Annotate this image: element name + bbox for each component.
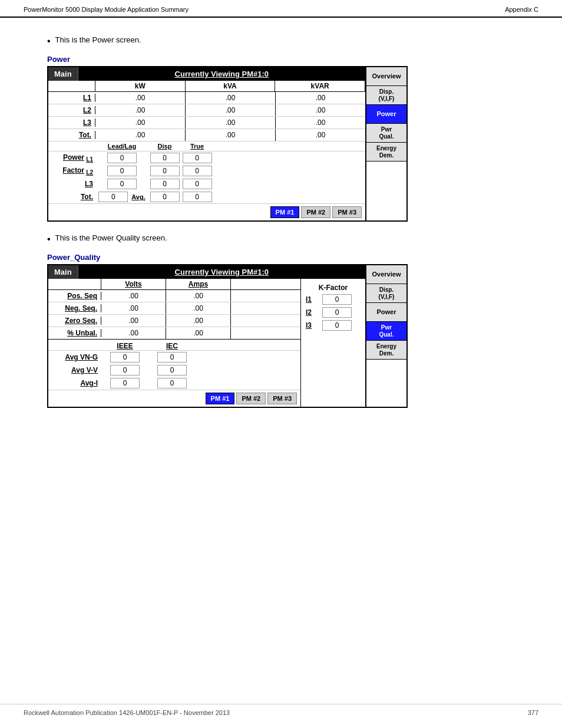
power-pm-row: PM #1 PM #2 PM #3 [48, 204, 365, 220]
pf-label-l3: L3 [48, 180, 95, 188]
pq-avgi-row: Avg-I 0 0 [48, 377, 300, 390]
pq-col-spacer [48, 279, 101, 289]
pf-row-l3: L3 0 0 0 [48, 177, 365, 190]
pq-label-posseq: Pos. Seq [48, 292, 101, 300]
pq-avgi-ieee: 0 [101, 378, 148, 388]
pf-l3-leadlag: 0 [95, 179, 148, 189]
pq-label-avgi: Avg-I [48, 379, 101, 387]
power-screen: Main Currently Viewing PM#1:0 kW kVA kVA… [47, 66, 408, 222]
pf-l2-leadlag: 0 [95, 166, 148, 176]
power-label-l3: L3 [48, 118, 95, 127]
pf-spacer [48, 143, 95, 150]
pq-sidebar-energydem[interactable]: EnergyDem. [366, 341, 406, 360]
pq-avgi-iec: 0 [148, 378, 196, 388]
pq-pm3-btn[interactable]: PM #3 [267, 393, 297, 404]
power-l2-kva: .00 [186, 104, 276, 116]
pf-tot-leadlag: 0 Avg. [95, 192, 148, 202]
pq-main-btn[interactable]: Main [48, 265, 78, 279]
pf-l1-disp: 0 [148, 153, 181, 163]
pq-avgvv-ieee: 0 [101, 365, 148, 375]
power-sidebar-pwrqual[interactable]: PwrQual. [366, 124, 406, 143]
kfactor-title: K-Factor [306, 284, 361, 292]
power-sidebar-disp[interactable]: Disp.(V,I,F) [366, 86, 406, 105]
power-sidebar-energydem[interactable]: EnergyDem. [366, 143, 406, 162]
pq-sidebar-disp[interactable]: Disp.(V,I,F) [366, 284, 406, 303]
power-label-l2: L2 [48, 106, 95, 114]
kfactor-row-i1: I1 0 [306, 294, 361, 305]
power-sidebar-power[interactable]: Power [366, 105, 406, 124]
pf-label-power: Power L1 [48, 153, 95, 163]
pq-pm1-btn[interactable]: PM #1 [206, 393, 235, 404]
page-header: PowerMonitor 5000 Display Module Applica… [0, 0, 562, 18]
power-pm3-btn[interactable]: PM #3 [332, 206, 362, 218]
bullet-1: • This is the Power screen. [47, 35, 515, 47]
power-sidebar: Overview Disp.(V,I,F) Power PwrQual. Ene… [366, 67, 406, 220]
pq-row-unbal: % Unbal. .00 .00 [48, 327, 300, 340]
pf-tot-true: 0 [181, 192, 213, 202]
power-label-tot: Tot. [48, 131, 95, 139]
power-main-btn[interactable]: Main [48, 67, 78, 81]
pf-l3-true: 0 [181, 179, 213, 189]
bullet-text-2: This is the Power Quality screen. [55, 233, 167, 242]
bullet-dot-1: • [47, 35, 51, 47]
pf-l1-leadlag: 0 [95, 153, 148, 163]
pq-negseq-volts: .00 [101, 302, 166, 314]
page-footer: Rockwell Automation Publication 1426-UM0… [0, 704, 562, 716]
pq-zeroseq-amps: .00 [166, 315, 231, 327]
pq-screen: Main Currently Viewing PM#1:0 Volts Amps… [47, 264, 408, 408]
kfactor-val-i1: 0 [322, 294, 352, 305]
pq-unbal-amps: .00 [166, 327, 231, 339]
power-l1-kw: .00 [95, 92, 186, 104]
power-section-label: Power [47, 55, 515, 64]
header-title: PowerMonitor 5000 Display Module Applica… [24, 6, 189, 13]
kfactor-row-i3: I3 0 [306, 320, 361, 331]
pf-header-true: True [181, 143, 213, 150]
pq-avgvng-row: Avg VN-G 0 0 [48, 351, 300, 364]
pq-sidebar-power[interactable]: Power [366, 303, 406, 322]
pf-tot-disp: 0 [148, 192, 181, 202]
pq-label-avgvng: Avg VN-G [48, 353, 101, 361]
pq-pm2-btn[interactable]: PM #2 [236, 393, 266, 404]
power-header-title: Currently Viewing PM#1:0 [78, 67, 365, 81]
pq-avgvv-row: Avg V-V 0 0 [48, 364, 300, 377]
footer-publication: Rockwell Automation Publication 1426-UM0… [24, 709, 230, 716]
pq-avgvng-iec: 0 [148, 352, 196, 363]
pq-left: Volts Amps Pos. Seq .00 .00 Neg. Seq. .0… [48, 279, 300, 407]
power-col-spacer [48, 81, 95, 91]
pq-zeroseq-volts: .00 [101, 315, 166, 327]
pq-posseq-amps: .00 [166, 290, 231, 302]
pq-avgvv-iec: 0 [148, 365, 196, 375]
pq-sidebar-pwrqual[interactable]: PwrQual. [366, 322, 406, 341]
power-sidebar-overview[interactable]: Overview [366, 67, 406, 86]
pq-label-unbal: % Unbal. [48, 329, 101, 337]
pq-row-zeroseq: Zero Seq. .00 .00 [48, 315, 300, 327]
header-appendix: Appendix C [505, 6, 538, 13]
pf-header-disp: Disp [148, 143, 181, 150]
power-l2-kw: .00 [95, 104, 186, 116]
power-pm2-btn[interactable]: PM #2 [301, 206, 330, 218]
kfactor-label-i1: I1 [306, 295, 320, 304]
power-col-kw: kW [95, 81, 186, 91]
pq-col-headers: Volts Amps [48, 279, 300, 290]
pq-negseq-amps: .00 [166, 302, 231, 314]
pf-label-factor: Factor L2 [48, 166, 95, 176]
kfactor-row-i2: I2 0 [306, 307, 361, 318]
pq-pm-row: PM #1 PM #2 PM #3 [48, 390, 300, 407]
power-row-l3: L3 .00 .00 .00 [48, 117, 365, 129]
power-row-l2: L2 .00 .00 .00 [48, 104, 365, 117]
pf-headers: Lead/Lag Disp True [48, 141, 365, 151]
pq-sidebar-overview[interactable]: Overview [366, 265, 406, 284]
pq-label-avgvv: Avg V-V [48, 366, 101, 374]
pf-header-leadlag: Lead/Lag [95, 143, 148, 150]
pf-row-tot: Tot. 0 Avg. 0 0 [48, 190, 365, 204]
pf-l2-disp: 0 [148, 166, 181, 176]
power-pm1-btn[interactable]: PM #1 [270, 206, 300, 218]
power-l3-kw: .00 [95, 117, 186, 129]
pq-col-amps: Amps [166, 279, 231, 289]
kfactor-val-i2: 0 [322, 307, 352, 318]
pq-ieee-iec-headers: IEEE IEC [48, 340, 300, 351]
pq-posseq-volts: .00 [101, 290, 166, 302]
pq-label-zeroseq: Zero Seq. [48, 317, 101, 325]
pq-iec-header: IEC [148, 342, 196, 350]
power-header-row: Main Currently Viewing PM#1:0 [48, 67, 365, 81]
